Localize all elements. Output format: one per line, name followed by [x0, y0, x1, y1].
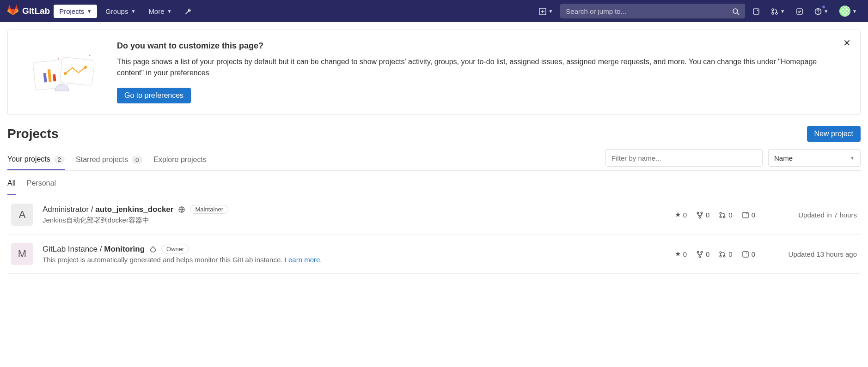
chevron-down-icon: ▼	[167, 9, 172, 14]
new-project-button[interactable]: New project	[807, 126, 861, 142]
chevron-down-icon: ▼	[780, 9, 785, 14]
search-icon	[732, 7, 740, 15]
stat-merge-requests[interactable]: 0	[719, 250, 732, 258]
stat-stars[interactable]: ★0	[675, 250, 687, 258]
svg-point-23	[720, 212, 722, 214]
svg-point-25	[724, 216, 726, 218]
nav-admin-wrench[interactable]	[180, 4, 196, 18]
tab-all[interactable]: All	[7, 173, 16, 195]
project-avatar: M	[11, 243, 33, 265]
nav-issues[interactable]	[749, 4, 764, 18]
go-to-preferences-button[interactable]: Go to preferences	[117, 88, 191, 103]
brand-name: GitLab	[22, 6, 50, 16]
tab-your-projects[interactable]: Your projects 2	[7, 150, 65, 170]
svg-point-17	[58, 58, 59, 59]
issue-icon	[752, 7, 760, 15]
stat-stars[interactable]: ★0	[675, 211, 687, 219]
svg-point-35	[746, 253, 747, 253]
nav-todos[interactable]	[792, 4, 807, 18]
nav-new-dropdown[interactable]: ▼	[535, 4, 556, 18]
project-main: Administrator / auto_jenkins_docker Main…	[43, 205, 666, 225]
wrench-icon	[184, 7, 192, 15]
question-circle-icon	[814, 7, 822, 15]
tab-personal[interactable]: Personal	[27, 173, 56, 195]
svg-point-24	[720, 216, 722, 218]
project-list: A Administrator / auto_jenkins_docker Ma…	[7, 195, 861, 274]
svg-point-9	[818, 12, 819, 13]
project-row[interactable]: A Administrator / auto_jenkins_docker Ma…	[7, 195, 861, 235]
chevron-down-icon: ▼	[824, 9, 828, 14]
gitlab-logo-link[interactable]: GitLab	[7, 5, 50, 18]
svg-point-32	[720, 255, 722, 257]
svg-point-22	[699, 217, 701, 218]
callout-close-button[interactable]: ✕	[843, 37, 851, 48]
star-icon: ★	[675, 250, 681, 258]
chevron-down-icon: ▼	[548, 9, 553, 14]
svg-point-33	[724, 255, 726, 257]
stat-issues[interactable]: 0	[742, 211, 755, 219]
svg-point-18	[89, 54, 91, 56]
stat-issues[interactable]: 0	[742, 250, 755, 258]
gitlab-logo-icon	[7, 5, 18, 18]
nav-more-label: More	[148, 7, 164, 15]
svg-point-1	[733, 9, 738, 13]
fork-icon	[696, 250, 703, 258]
project-filter-tabs: All Personal	[7, 173, 861, 195]
svg-point-27	[746, 213, 747, 214]
project-namespace[interactable]: Administrator / auto_jenkins_docker	[43, 205, 173, 214]
tab-your-projects-count: 2	[54, 156, 65, 163]
project-description: This project is automatically generated …	[43, 256, 666, 264]
project-name: Monitoring	[104, 245, 145, 253]
stat-forks[interactable]: 0	[696, 211, 709, 219]
merge-request-icon	[719, 250, 726, 258]
page-title: Projects	[7, 126, 59, 141]
svg-point-20	[697, 212, 699, 214]
project-updated: Updated in 7 hours	[764, 211, 857, 219]
issue-icon	[742, 250, 749, 258]
project-namespace[interactable]: GitLab Instance / Monitoring	[43, 245, 145, 254]
svg-point-31	[720, 252, 722, 253]
avatar	[839, 6, 850, 17]
nav-groups-label: Groups	[105, 7, 128, 15]
issue-icon	[742, 211, 749, 219]
project-avatar: A	[11, 204, 33, 226]
nav-groups[interactable]: Groups ▼	[101, 5, 140, 18]
nav-merge-requests[interactable]: ▼	[767, 4, 789, 18]
tab-your-projects-label: Your projects	[7, 155, 50, 163]
globe-icon	[178, 205, 185, 214]
top-navbar: GitLab Projects ▼ Groups ▼ More ▼ ▼	[0, 0, 868, 22]
callout-title: Do you want to customize this page?	[117, 41, 845, 51]
plus-square-icon	[539, 7, 546, 15]
learn-more-link[interactable]: Learn more.	[285, 256, 322, 264]
project-stats: ★0 0 0 0	[675, 211, 755, 219]
chevron-down-icon: ▼	[850, 156, 855, 161]
svg-point-4	[772, 9, 774, 11]
svg-point-29	[701, 251, 703, 253]
nav-projects[interactable]: Projects ▼	[54, 5, 97, 18]
chevron-down-icon: ▼	[87, 9, 92, 14]
sort-dropdown[interactable]: Name ▼	[768, 149, 861, 167]
shield-icon	[149, 245, 157, 253]
tab-explore-projects[interactable]: Explore projects	[153, 150, 207, 169]
svg-point-28	[697, 251, 699, 253]
search-input[interactable]	[566, 7, 732, 15]
stat-merge-requests[interactable]: 0	[719, 211, 732, 219]
nav-user-menu[interactable]: ▼	[836, 3, 861, 19]
global-search[interactable]	[560, 4, 745, 18]
callout-text: This page shows a list of your projects …	[117, 56, 845, 78]
project-updated: Updated 13 hours ago	[764, 250, 857, 258]
project-stats: ★0 0 0 0	[675, 250, 755, 258]
nav-more[interactable]: More ▼	[144, 5, 176, 18]
svg-rect-26	[743, 212, 748, 218]
filter-by-name-input[interactable]	[605, 149, 763, 167]
project-row[interactable]: M GitLab Instance / Monitoring Owner Thi…	[7, 235, 861, 274]
svg-point-6	[776, 12, 777, 14]
stat-forks[interactable]: 0	[696, 250, 709, 258]
close-icon: ✕	[843, 38, 851, 48]
todo-icon	[796, 7, 803, 15]
svg-point-3	[757, 9, 758, 11]
project-name: auto_jenkins_docker	[95, 205, 173, 214]
nav-projects-label: Projects	[59, 7, 84, 15]
tab-starred-projects[interactable]: Starred projects 0	[76, 150, 142, 169]
nav-help[interactable]: ▼	[811, 4, 832, 18]
